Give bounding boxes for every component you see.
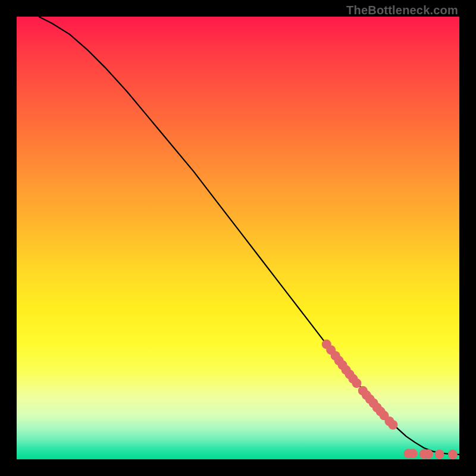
chart-frame: TheBottleneck.com	[0, 0, 476, 476]
attribution-label: TheBottleneck.com	[346, 4, 458, 17]
chart-svg	[17, 17, 459, 459]
data-marker	[408, 449, 418, 458]
data-marker	[435, 449, 444, 459]
data-markers	[322, 340, 458, 459]
curve-line	[39, 17, 459, 455]
data-marker	[448, 450, 458, 459]
data-marker	[352, 378, 361, 388]
data-marker	[388, 420, 397, 430]
data-marker	[424, 449, 433, 459]
